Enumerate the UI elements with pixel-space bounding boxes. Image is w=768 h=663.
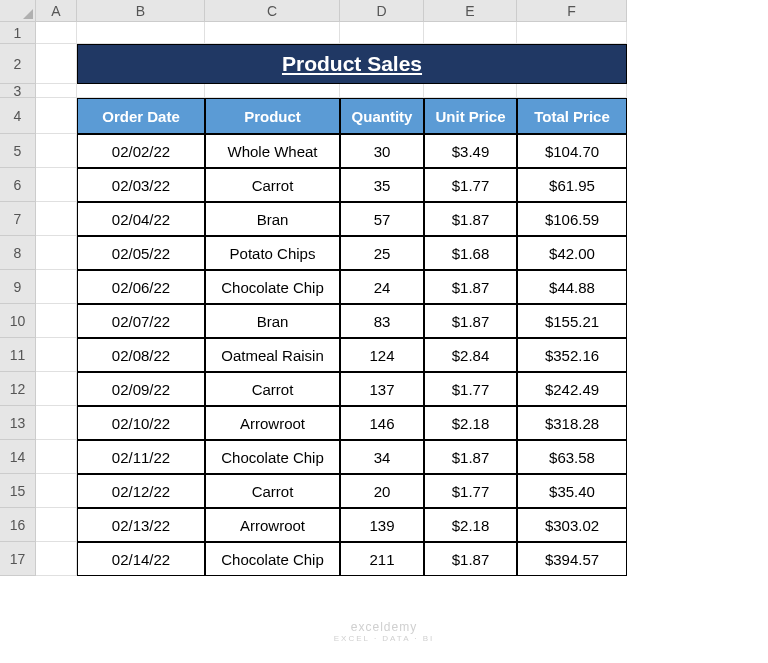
table-header-quantity[interactable]: Quantity	[340, 98, 424, 134]
cell-unit-price[interactable]: $3.49	[424, 134, 517, 168]
row-header[interactable]: 13	[0, 406, 36, 440]
cell-product[interactable]: Carrot	[205, 168, 340, 202]
column-header[interactable]: C	[205, 0, 340, 22]
cell-product[interactable]: Chocolate Chip	[205, 440, 340, 474]
cell[interactable]	[77, 22, 205, 44]
cell-quantity[interactable]: 139	[340, 508, 424, 542]
cell-unit-price[interactable]: $2.18	[424, 508, 517, 542]
cell-quantity[interactable]: 146	[340, 406, 424, 440]
cell[interactable]	[36, 236, 77, 270]
cell-order-date[interactable]: 02/14/22	[77, 542, 205, 576]
row-header[interactable]: 16	[0, 508, 36, 542]
cell-product[interactable]: Arrowroot	[205, 406, 340, 440]
cell-quantity[interactable]: 25	[340, 236, 424, 270]
column-header[interactable]: A	[36, 0, 77, 22]
cell-product[interactable]: Carrot	[205, 474, 340, 508]
cell-total-price[interactable]: $303.02	[517, 508, 627, 542]
cell-total-price[interactable]: $44.88	[517, 270, 627, 304]
cell[interactable]	[424, 84, 517, 98]
column-header[interactable]: D	[340, 0, 424, 22]
cell-total-price[interactable]: $352.16	[517, 338, 627, 372]
cell[interactable]	[36, 168, 77, 202]
cell-quantity[interactable]: 34	[340, 440, 424, 474]
cell-quantity[interactable]: 20	[340, 474, 424, 508]
cell[interactable]	[36, 202, 77, 236]
cell[interactable]	[424, 22, 517, 44]
cell-product[interactable]: Whole Wheat	[205, 134, 340, 168]
cell-total-price[interactable]: $61.95	[517, 168, 627, 202]
cell[interactable]	[77, 84, 205, 98]
cell-unit-price[interactable]: $1.77	[424, 372, 517, 406]
cell[interactable]	[36, 134, 77, 168]
cell-unit-price[interactable]: $1.87	[424, 542, 517, 576]
cell-unit-price[interactable]: $1.68	[424, 236, 517, 270]
cell-order-date[interactable]: 02/10/22	[77, 406, 205, 440]
select-all-corner[interactable]	[0, 0, 36, 22]
cell-quantity[interactable]: 124	[340, 338, 424, 372]
cell[interactable]	[36, 98, 77, 134]
cell[interactable]	[36, 406, 77, 440]
cell-unit-price[interactable]: $2.18	[424, 406, 517, 440]
cell-order-date[interactable]: 02/08/22	[77, 338, 205, 372]
row-header[interactable]: 9	[0, 270, 36, 304]
row-header[interactable]: 4	[0, 98, 36, 134]
cell-order-date[interactable]: 02/11/22	[77, 440, 205, 474]
cell-order-date[interactable]: 02/07/22	[77, 304, 205, 338]
spreadsheet-grid[interactable]: ABCDEF12Product Sales34Order DateProduct…	[0, 0, 768, 576]
cell-total-price[interactable]: $63.58	[517, 440, 627, 474]
cell[interactable]	[36, 508, 77, 542]
column-header[interactable]: E	[424, 0, 517, 22]
cell-total-price[interactable]: $242.49	[517, 372, 627, 406]
cell-total-price[interactable]: $42.00	[517, 236, 627, 270]
cell-total-price[interactable]: $35.40	[517, 474, 627, 508]
row-header[interactable]: 11	[0, 338, 36, 372]
cell-product[interactable]: Bran	[205, 202, 340, 236]
cell-product[interactable]: Carrot	[205, 372, 340, 406]
cell-unit-price[interactable]: $1.87	[424, 440, 517, 474]
cell-order-date[interactable]: 02/12/22	[77, 474, 205, 508]
cell-total-price[interactable]: $318.28	[517, 406, 627, 440]
cell-order-date[interactable]: 02/06/22	[77, 270, 205, 304]
cell[interactable]	[36, 304, 77, 338]
cell-total-price[interactable]: $104.70	[517, 134, 627, 168]
cell-quantity[interactable]: 24	[340, 270, 424, 304]
cell[interactable]	[36, 474, 77, 508]
cell-quantity[interactable]: 83	[340, 304, 424, 338]
row-header[interactable]: 12	[0, 372, 36, 406]
cell[interactable]	[517, 22, 627, 44]
table-header-order_date[interactable]: Order Date	[77, 98, 205, 134]
cell-order-date[interactable]: 02/03/22	[77, 168, 205, 202]
row-header[interactable]: 17	[0, 542, 36, 576]
row-header[interactable]: 2	[0, 44, 36, 84]
title-cell[interactable]: Product Sales	[77, 44, 627, 84]
cell[interactable]	[36, 44, 77, 84]
row-header[interactable]: 14	[0, 440, 36, 474]
cell[interactable]	[36, 338, 77, 372]
cell-product[interactable]: Chocolate Chip	[205, 270, 340, 304]
cell-product[interactable]: Bran	[205, 304, 340, 338]
cell-quantity[interactable]: 30	[340, 134, 424, 168]
cell-quantity[interactable]: 35	[340, 168, 424, 202]
table-header-product[interactable]: Product	[205, 98, 340, 134]
cell-unit-price[interactable]: $1.77	[424, 168, 517, 202]
cell-unit-price[interactable]: $1.77	[424, 474, 517, 508]
table-header-total_price[interactable]: Total Price	[517, 98, 627, 134]
cell[interactable]	[205, 84, 340, 98]
cell[interactable]	[205, 22, 340, 44]
cell[interactable]	[36, 22, 77, 44]
cell-quantity[interactable]: 57	[340, 202, 424, 236]
cell-product[interactable]: Arrowroot	[205, 508, 340, 542]
table-header-unit_price[interactable]: Unit Price	[424, 98, 517, 134]
cell-total-price[interactable]: $394.57	[517, 542, 627, 576]
row-header[interactable]: 6	[0, 168, 36, 202]
row-header[interactable]: 8	[0, 236, 36, 270]
cell-product[interactable]: Chocolate Chip	[205, 542, 340, 576]
cell-total-price[interactable]: $155.21	[517, 304, 627, 338]
cell[interactable]	[517, 84, 627, 98]
cell[interactable]	[36, 542, 77, 576]
column-header[interactable]: F	[517, 0, 627, 22]
row-header[interactable]: 15	[0, 474, 36, 508]
cell-quantity[interactable]: 137	[340, 372, 424, 406]
row-header[interactable]: 3	[0, 84, 36, 98]
row-header[interactable]: 10	[0, 304, 36, 338]
